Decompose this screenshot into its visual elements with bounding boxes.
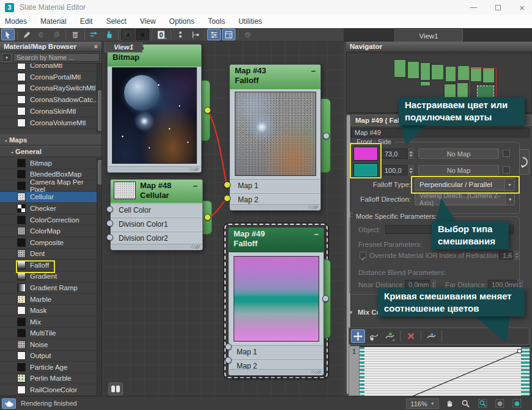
- front-color-swatch[interactable]: [353, 147, 378, 161]
- menu-edit[interactable]: Edit: [80, 17, 93, 26]
- search-input[interactable]: Search by Name ...: [13, 53, 100, 62]
- map-list-item[interactable]: Composite: [0, 237, 97, 249]
- map-list-item[interactable]: Mask: [0, 305, 97, 317]
- material-id-channel-icon[interactable]: 0: [155, 29, 168, 40]
- maximize-button[interactable]: [495, 5, 501, 10]
- map43-minimize-icon[interactable]: –: [311, 66, 316, 76]
- map43-output-socket[interactable]: [323, 133, 330, 139]
- node-map46[interactable]: Map #46 Bitmap: [107, 44, 202, 173]
- section-maps[interactable]: - Maps: [0, 134, 102, 145]
- node-view[interactable]: Map #46 Bitmap Map #48 Cellular – Cell C…: [102, 42, 344, 396]
- pan-hand-button[interactable]: [444, 398, 455, 409]
- delete-selected-icon[interactable]: [68, 29, 82, 40]
- map-list-item[interactable]: RailCloneColor: [0, 384, 97, 396]
- material-list-item[interactable]: CoronaShadowCatc..: [0, 94, 97, 106]
- map48-resize-strip[interactable]: [111, 244, 202, 249]
- render-status-button[interactable]: [2, 398, 16, 409]
- map43-resize-strip[interactable]: [231, 204, 320, 210]
- assign-material-icon[interactable]: [50, 29, 63, 40]
- map-name-field[interactable]: Map #49: [351, 128, 530, 137]
- map48-minimize-icon[interactable]: –: [193, 181, 198, 191]
- show-controller-window-icon[interactable]: [222, 29, 235, 40]
- map-list-scrollbar[interactable]: [97, 158, 102, 396]
- node-map43[interactable]: Map #43 Falloff – Map 1 Map 2: [229, 64, 321, 211]
- node-map49[interactable]: Map #49 Falloff – Map 1 Map 2: [228, 227, 324, 376]
- map43-input-slot[interactable]: Map 1: [231, 179, 320, 192]
- dock-tab-view1[interactable]: View1: [394, 29, 463, 42]
- zoom-tool-button[interactable]: [460, 398, 471, 409]
- side-map-button[interactable]: No Map: [418, 165, 499, 175]
- map48-input-slot[interactable]: Division Color1: [111, 218, 202, 230]
- map-list-item[interactable]: Gradient: [0, 271, 97, 283]
- front-map-button[interactable]: No Map: [418, 148, 499, 159]
- side-value-spinner[interactable]: [408, 165, 413, 175]
- move-point-icon[interactable]: [351, 329, 365, 343]
- menu-tools[interactable]: Tools: [208, 17, 225, 26]
- pan-to-selected-button[interactable]: [108, 383, 123, 395]
- map-list-item[interactable]: Bitmap: [0, 158, 97, 169]
- navigator-header[interactable]: Navigator: [346, 42, 532, 52]
- view-tab[interactable]: View1: [105, 42, 142, 53]
- zoom-extents-selected-button[interactable]: [511, 398, 522, 409]
- falloff-direction-dropdown[interactable]: Viewing Directi...(Camera Z-Axis) ▼: [415, 193, 515, 205]
- map-list-item[interactable]: Checker: [0, 203, 97, 214]
- add-point-icon[interactable]: [383, 329, 397, 343]
- map48-input-socket-division2[interactable]: [106, 234, 113, 241]
- map49-input-socket-map1[interactable]: [225, 343, 232, 350]
- scale-point-icon[interactable]: [367, 329, 381, 343]
- falloff-type-dropdown[interactable]: Perpendicular / Parallel ▼: [415, 178, 515, 191]
- map-list-item[interactable]: Mix: [0, 317, 97, 328]
- map49-input-slot[interactable]: Map 1: [229, 345, 323, 358]
- side-color-swatch[interactable]: [353, 163, 378, 177]
- menu-modes[interactable]: Modes: [5, 17, 27, 26]
- layout-children-icon[interactable]: [174, 29, 187, 40]
- near-distance-spinner[interactable]: [430, 280, 436, 289]
- map-list-item[interactable]: Dent: [0, 249, 97, 260]
- map-list-item[interactable]: ColorMap: [0, 225, 97, 237]
- override-ior-checkbox[interactable]: ✓: [360, 252, 366, 258]
- map-list-item[interactable]: MultiTile: [0, 328, 97, 339]
- map48-output-socket[interactable]: [204, 214, 211, 221]
- material-list-item[interactable]: CoronaMtl: [0, 64, 97, 71]
- browser-header[interactable]: Material/Map Browser ×: [0, 42, 102, 52]
- select-cursor-icon[interactable]: [1, 29, 15, 40]
- map49-header[interactable]: Map #49 Falloff –: [229, 228, 323, 252]
- map49-output-socket[interactable]: [322, 295, 329, 302]
- menu-select[interactable]: Select: [106, 17, 126, 26]
- map-list-item[interactable]: Noise: [0, 339, 97, 351]
- layout-all-icon[interactable]: [188, 29, 202, 40]
- map49-minimize-icon[interactable]: –: [314, 229, 319, 239]
- show-parameter-rollout-icon[interactable]: [207, 29, 221, 40]
- put-material-icon[interactable]: [35, 29, 48, 40]
- map48-input-socket-division1[interactable]: [106, 220, 113, 227]
- map-list-item[interactable]: Camera Map Per Pixel: [0, 180, 97, 192]
- menu-material[interactable]: Material: [40, 17, 67, 26]
- zoom-extents-button[interactable]: [494, 398, 505, 409]
- far-distance-spinner[interactable]: [517, 280, 523, 289]
- front-value-spinner[interactable]: [408, 148, 413, 159]
- pick-material-icon[interactable]: [20, 29, 34, 40]
- navigator-view-frame[interactable]: [469, 68, 497, 101]
- smooth-point-icon[interactable]: [424, 329, 438, 343]
- map-list-item-selected[interactable]: Cellular: [0, 192, 97, 203]
- swap-colors-button[interactable]: [519, 149, 530, 175]
- move-children-icon[interactable]: [87, 29, 101, 40]
- map43-input-socket-map2[interactable]: [224, 195, 231, 202]
- side-value-field[interactable]: 100,0: [381, 165, 408, 175]
- map-list-item[interactable]: Marble: [0, 294, 97, 306]
- close-button[interactable]: ×: [519, 2, 525, 13]
- ior-spinner[interactable]: [514, 251, 519, 260]
- material-list-item[interactable]: CoronaVolumeMtl: [0, 117, 97, 129]
- section-general[interactable]: - General: [0, 146, 102, 157]
- map-list-item[interactable]: ColorCorrection: [0, 214, 97, 226]
- near-distance-field[interactable]: 0,0mm: [405, 280, 430, 289]
- map48-input-slot[interactable]: Division Color2: [111, 232, 202, 244]
- map-list-item[interactable]: Perlin Marble: [0, 373, 97, 385]
- front-value-field[interactable]: 73,0: [381, 148, 408, 159]
- menu-view[interactable]: View: [140, 17, 156, 26]
- zoom-region-button[interactable]: [477, 398, 488, 409]
- ior-field[interactable]: 1,6: [499, 251, 514, 260]
- map49-resize-strip[interactable]: [229, 369, 323, 375]
- front-map-checkbox[interactable]: [503, 150, 510, 157]
- hide-unused-nodeslots-icon[interactable]: [102, 29, 116, 40]
